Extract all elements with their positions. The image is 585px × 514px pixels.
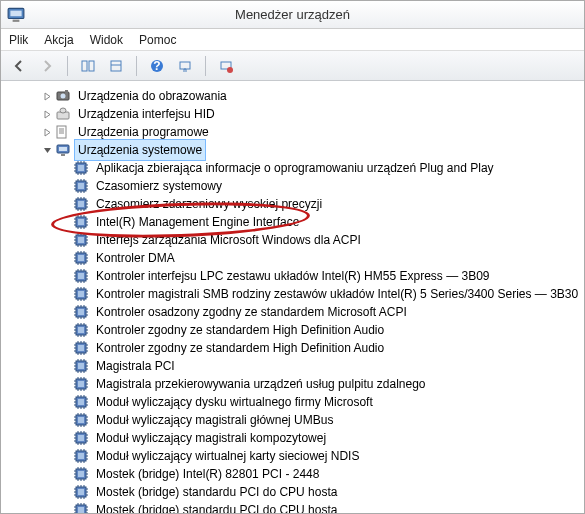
tree-item[interactable]: Aplikacja zbierająca informacje o oprogr… [23,159,584,177]
svg-rect-16 [60,108,66,113]
device-tree[interactable]: Urządzenia do obrazowaniaUrządzenia inte… [1,81,584,514]
tree-item[interactable]: Moduł wyliczający dysku wirtualnego firm… [23,393,584,411]
svg-rect-190 [78,381,84,387]
tree-item[interactable]: Mostek (bridge) standardu PCI do CPU hos… [23,483,584,501]
chip-icon [73,430,89,446]
show-hidden-button[interactable] [76,54,100,78]
tree-label: Urządzenia interfejsu HID [75,104,218,124]
chip-icon [73,466,89,482]
category-icon [55,106,71,122]
tree-item[interactable]: Moduł wyliczający magistrali kompozytowe… [23,429,584,447]
tree-label: Mostek (bridge) standardu PCI do CPU hos… [93,500,340,514]
tree-item[interactable]: Kontroler magistrali SMB rodziny zestawó… [23,285,584,303]
svg-rect-260 [78,471,84,477]
svg-rect-176 [78,363,84,369]
menu-bar: Plik Akcja Widok Pomoc [1,29,584,51]
tree-item[interactable]: Moduł wyliczający magistrali głównej UMB… [23,411,584,429]
tree-item[interactable]: Interfejs zarządzania Microsoft Windows … [23,231,584,249]
spacer [59,180,71,192]
spacer [59,306,71,318]
menu-action[interactable]: Akcja [44,33,73,47]
spacer [59,468,71,480]
expand-icon[interactable] [41,108,53,120]
tree-item[interactable]: Intel(R) Management Engine Interface [23,213,584,231]
tree-item[interactable]: Magistrala przekierowywania urządzeń usł… [23,375,584,393]
spacer [59,396,71,408]
toolbar-separator [136,56,137,76]
expand-icon[interactable] [41,126,53,138]
chip-icon [73,394,89,410]
tree-category-system[interactable]: Urządzenia systemowe [23,141,584,159]
tree-category[interactable]: Urządzenia programowe [23,123,584,141]
svg-rect-162 [78,345,84,351]
tree-item[interactable]: Kontroler osadzony zgodny ze standardem … [23,303,584,321]
tree-label: Mostek (bridge) Intel(R) 82801 PCI - 244… [93,464,322,484]
tree-item[interactable]: Mostek (bridge) Intel(R) 82801 PCI - 244… [23,465,584,483]
spacer [59,216,71,228]
tree-item[interactable]: Kontroler interfejsu LPC zestawu układów… [23,267,584,285]
chip-icon [73,304,89,320]
tree-item[interactable]: Czasomierz systemowy [23,177,584,195]
chip-icon [73,448,89,464]
tree-label: Moduł wyliczający magistrali głównej UMB… [93,410,336,430]
tree-label: Moduł wyliczający magistrali kompozytowe… [93,428,329,448]
svg-rect-246 [78,453,84,459]
svg-rect-20 [61,154,65,156]
svg-rect-2 [13,20,20,22]
chip-icon [73,160,89,176]
svg-rect-1 [10,11,21,17]
tree-item[interactable]: Moduł wyliczający wirtualnej karty sieci… [23,447,584,465]
category-icon [55,88,71,104]
svg-rect-64 [78,219,84,225]
tree-item[interactable]: Kontroler zgodny ze standardem High Defi… [23,321,584,339]
help-button[interactable]: ? [145,54,169,78]
collapse-icon[interactable] [41,144,53,156]
chip-icon [73,484,89,500]
back-button[interactable] [7,54,31,78]
tree-item[interactable]: Czasomierz zdarzeniowy wysokiej precyzji [23,195,584,213]
svg-point-11 [227,67,233,73]
menu-file[interactable]: Plik [9,33,28,47]
svg-rect-92 [78,255,84,261]
forward-button[interactable] [35,54,59,78]
spacer [59,342,71,354]
svg-rect-288 [78,507,84,513]
chip-icon [73,340,89,356]
spacer [59,486,71,498]
scan-button[interactable] [173,54,197,78]
tree-item[interactable]: Mostek (bridge) standardu PCI do CPU hos… [23,501,584,514]
svg-rect-218 [78,417,84,423]
svg-rect-9 [180,62,190,69]
properties-button[interactable] [104,54,128,78]
spacer [59,252,71,264]
chip-icon [73,286,89,302]
svg-rect-148 [78,327,84,333]
spacer [59,432,71,444]
svg-rect-36 [78,183,84,189]
tree-category[interactable]: Urządzenia do obrazowania [23,87,584,105]
title-bar: Menedżer urządzeń [1,1,584,29]
tree-item[interactable]: Kontroler zgodny ze standardem High Defi… [23,339,584,357]
chip-icon [73,502,89,514]
svg-point-13 [61,94,66,99]
tree-label: Kontroler zgodny ze standardem High Defi… [93,320,387,340]
svg-rect-120 [78,291,84,297]
tree-item[interactable]: Magistrala PCI [23,357,584,375]
menu-view[interactable]: Widok [90,33,123,47]
menu-help[interactable]: Pomoc [139,33,176,47]
chip-icon [73,250,89,266]
tree-item[interactable]: Kontroler DMA [23,249,584,267]
svg-rect-106 [78,273,84,279]
chip-icon [73,358,89,374]
chip-icon [73,376,89,392]
expand-icon[interactable] [41,90,53,102]
svg-rect-232 [78,435,84,441]
spacer [59,234,71,246]
tree-label: Urządzenia do obrazowania [75,86,230,106]
spacer [59,288,71,300]
tree-label: Moduł wyliczający dysku wirtualnego firm… [93,392,376,412]
tree-label: Kontroler magistrali SMB rodziny zestawó… [93,284,581,304]
svg-rect-274 [78,489,84,495]
tree-category[interactable]: Urządzenia interfejsu HID [23,105,584,123]
uninstall-button[interactable] [214,54,238,78]
